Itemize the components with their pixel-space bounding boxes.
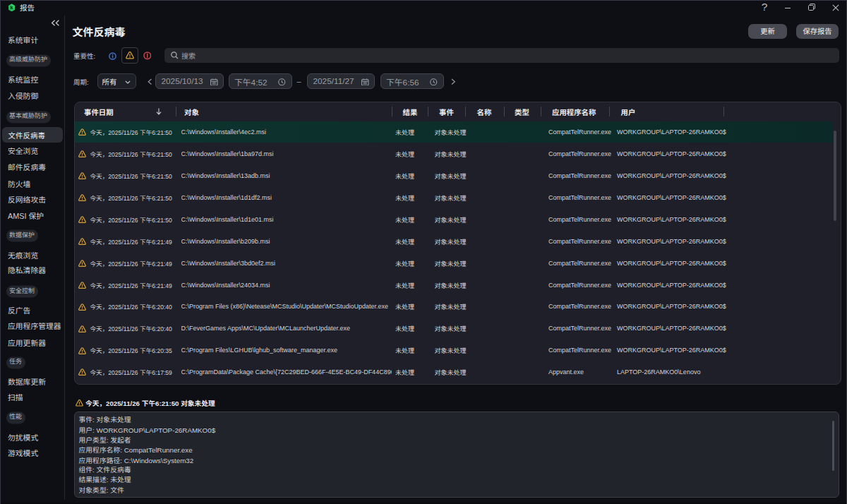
svg-text:k: k xyxy=(10,5,13,11)
